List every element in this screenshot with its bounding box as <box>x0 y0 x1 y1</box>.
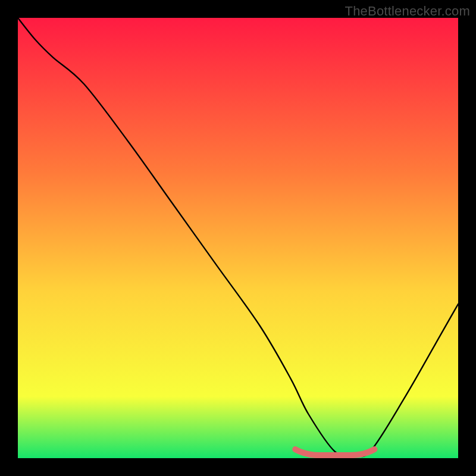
attribution-watermark: TheBottlenecker.com <box>345 4 470 19</box>
plot-area <box>18 18 458 458</box>
chart-container: TheBottlenecker.com <box>0 0 476 476</box>
chart-svg <box>18 18 458 458</box>
